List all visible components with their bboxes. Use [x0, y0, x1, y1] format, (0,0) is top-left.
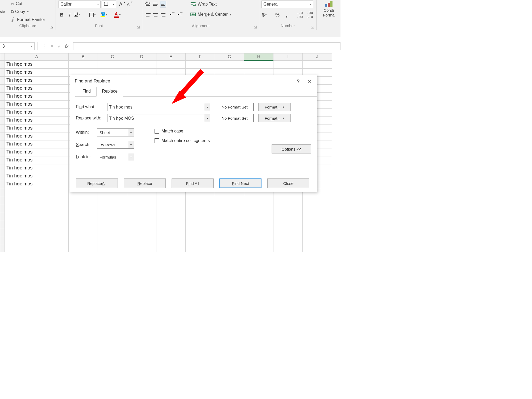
cell[interactable]: Tin học mos — [5, 117, 69, 124]
cell[interactable] — [244, 61, 273, 69]
chevron-down-icon[interactable]: ▾ — [204, 103, 210, 111]
cell[interactable] — [69, 212, 98, 220]
cell[interactable]: Tin học mos — [5, 124, 69, 132]
cell[interactable] — [303, 236, 332, 244]
underline-button[interactable]: U ▾ — [74, 12, 80, 17]
options-button[interactable]: Options << — [272, 144, 311, 153]
cell[interactable] — [186, 220, 215, 228]
align-middle-button[interactable] — [152, 1, 159, 7]
replace-with-input[interactable]: Tin học MOS ▾ — [107, 114, 211, 122]
cell[interactable] — [98, 61, 127, 69]
align-right-button[interactable] — [160, 12, 166, 18]
cell[interactable] — [215, 220, 244, 228]
cell[interactable] — [244, 212, 273, 220]
select-all-corner[interactable] — [0, 53, 5, 61]
paste-button-label[interactable]: ste — [0, 10, 5, 14]
cell[interactable] — [69, 244, 98, 252]
lookin-select[interactable]: Formulas▾ — [97, 153, 134, 161]
cell[interactable] — [127, 196, 156, 204]
row-header[interactable] — [0, 180, 5, 188]
cell[interactable] — [186, 196, 215, 204]
cell[interactable] — [303, 220, 332, 228]
cell[interactable]: Tin học mos — [5, 93, 69, 101]
cell[interactable] — [303, 61, 332, 69]
cell[interactable] — [156, 236, 186, 244]
cell[interactable] — [244, 244, 273, 252]
cell[interactable] — [156, 196, 186, 204]
cell[interactable] — [303, 244, 332, 252]
cell[interactable] — [98, 236, 127, 244]
find-what-input[interactable]: Tin học mos ▾ — [107, 103, 211, 111]
find-all-button[interactable]: Find All — [172, 178, 214, 188]
cell[interactable]: Tin học mos — [5, 180, 69, 188]
row-header[interactable] — [0, 212, 5, 220]
cell[interactable] — [98, 220, 127, 228]
cell[interactable] — [273, 236, 303, 244]
row-header[interactable] — [0, 196, 5, 204]
number-format-combo[interactable]: General ▾ — [261, 1, 313, 8]
cell[interactable] — [5, 228, 69, 236]
increase-font-button[interactable]: A▴ — [118, 1, 124, 7]
cell[interactable]: Tin học mos — [5, 140, 69, 148]
row-header[interactable] — [0, 109, 5, 117]
close-button[interactable]: Close — [267, 178, 309, 188]
align-bottom-button[interactable] — [160, 1, 166, 7]
cell[interactable] — [244, 204, 273, 212]
row-header[interactable] — [0, 93, 5, 101]
column-header-A[interactable]: A — [5, 53, 69, 61]
cell[interactable] — [273, 244, 303, 252]
decrease-decimal-button[interactable]: .00→.0 — [307, 12, 313, 18]
column-header-H[interactable]: H — [244, 53, 273, 61]
cell[interactable] — [244, 220, 273, 228]
cell[interactable] — [69, 220, 98, 228]
cell[interactable] — [215, 212, 244, 220]
column-header-D[interactable]: D — [127, 53, 156, 61]
cell[interactable] — [273, 61, 303, 69]
insert-function-button[interactable]: fx — [63, 43, 70, 50]
match-case-checkbox[interactable]: Match case — [155, 126, 210, 136]
increase-indent-button[interactable]: ▸ — [177, 12, 183, 18]
tab-find[interactable]: Find — [77, 87, 96, 97]
find-format-button[interactable]: Format...▾ — [258, 103, 291, 111]
cut-button[interactable]: ✂ Cut — [11, 0, 22, 7]
cell[interactable]: Tin học mos — [5, 132, 69, 140]
cell[interactable] — [127, 228, 156, 236]
cell[interactable] — [5, 244, 69, 252]
match-entire-checkbox[interactable]: Match entire cell contents — [155, 136, 210, 146]
column-header-F[interactable]: F — [186, 53, 215, 61]
column-header-I[interactable]: I — [273, 53, 303, 61]
row-header[interactable] — [0, 77, 5, 85]
cell[interactable] — [273, 212, 303, 220]
row-header[interactable] — [0, 164, 5, 172]
row-header[interactable] — [0, 132, 5, 140]
cell[interactable] — [273, 220, 303, 228]
row-header[interactable] — [0, 228, 5, 236]
row-header[interactable] — [0, 61, 5, 69]
cell[interactable] — [186, 236, 215, 244]
increase-decimal-button[interactable]: ←.0.00 — [297, 12, 303, 18]
row-header[interactable] — [0, 69, 5, 77]
column-header-B[interactable]: B — [69, 53, 98, 61]
help-button[interactable]: ? — [293, 77, 303, 85]
cell[interactable] — [215, 228, 244, 236]
cell[interactable] — [303, 228, 332, 236]
cell[interactable] — [303, 196, 332, 204]
cell[interactable] — [215, 204, 244, 212]
cell[interactable] — [5, 212, 69, 220]
cell[interactable] — [186, 204, 215, 212]
borders-button[interactable]: ▾ — [88, 12, 97, 18]
clipboard-dialog-launcher[interactable] — [50, 25, 54, 29]
within-select[interactable]: Sheet▾ — [97, 128, 134, 136]
cell[interactable] — [186, 212, 215, 220]
cell[interactable] — [5, 196, 69, 204]
cell[interactable]: Tin học mos — [5, 109, 69, 117]
italic-button[interactable]: I — [66, 12, 73, 18]
cell[interactable] — [156, 244, 186, 252]
chevron-down-icon[interactable]: ▾ — [204, 114, 210, 122]
enter-formula-button[interactable]: ✓ — [56, 43, 63, 50]
row-header[interactable] — [0, 204, 5, 212]
number-dialog-launcher[interactable] — [310, 25, 315, 29]
cell[interactable]: Tin học mos — [5, 164, 69, 172]
cell[interactable] — [5, 204, 69, 212]
cell[interactable] — [69, 204, 98, 212]
